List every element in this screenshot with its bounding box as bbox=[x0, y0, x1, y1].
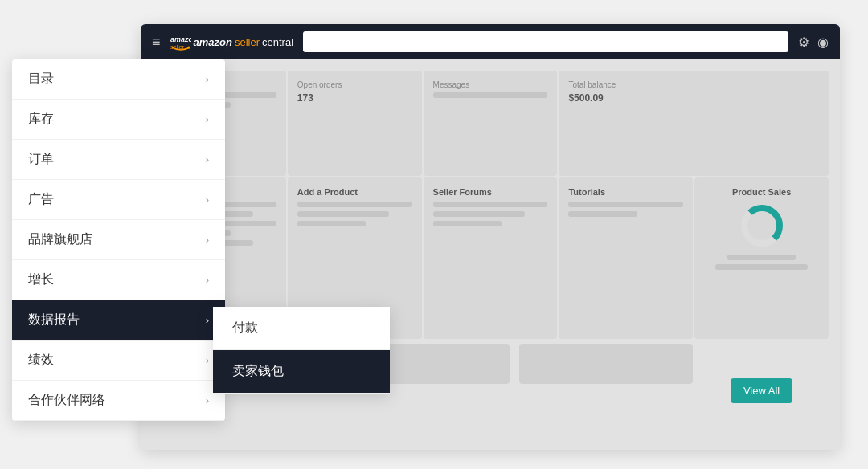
chevron-icon: › bbox=[206, 234, 209, 246]
menu-item-growth[interactable]: 增长 › bbox=[12, 260, 225, 300]
widget-product-sales: Product Sales bbox=[694, 177, 829, 338]
menu-item-partner-network[interactable]: 合作伙伴网络 › bbox=[12, 381, 225, 421]
donut-chart-icon bbox=[738, 202, 786, 250]
menu-item-growth-label: 增长 bbox=[28, 271, 54, 288]
menu-item-brand-store-label: 品牌旗舰店 bbox=[28, 231, 92, 248]
menu-item-orders[interactable]: 订单 › bbox=[12, 140, 225, 180]
menu-item-data-reports[interactable]: 数据报告 › bbox=[12, 300, 225, 341]
amazon-logo-icon: amazon seller central bbox=[170, 31, 191, 52]
widget-tutorials-title: Tutorials bbox=[568, 187, 683, 197]
menu-item-data-reports-label: 数据报告 bbox=[28, 312, 80, 328]
chevron-icon: › bbox=[206, 314, 209, 326]
left-menu: 目录 › 库存 › 订单 › 广告 › 品牌旗舰店 › 增长 › 数据报告 › … bbox=[12, 59, 225, 421]
submenu: 付款 卖家钱包 bbox=[213, 307, 390, 394]
widget-seller-forums: Seller Forums bbox=[424, 177, 558, 338]
menu-item-orders-label: 订单 bbox=[28, 151, 54, 168]
widget-messages-label: Messages bbox=[433, 80, 548, 89]
widget-tutorials: Tutorials bbox=[559, 177, 693, 338]
browser-topbar: ≡ amazon seller central amazon seller ce… bbox=[141, 24, 840, 59]
menu-item-performance[interactable]: 绩效 › bbox=[12, 341, 225, 381]
svg-text:amazon: amazon bbox=[170, 35, 191, 43]
submenu-item-seller-wallet-label: 卖家钱包 bbox=[232, 363, 284, 380]
menu-item-advertising[interactable]: 广告 › bbox=[12, 180, 225, 220]
search-input[interactable] bbox=[303, 31, 788, 52]
submenu-item-payment[interactable]: 付款 bbox=[213, 307, 390, 350]
menu-item-partner-network-label: 合作伙伴网络 bbox=[28, 392, 105, 409]
widget-total-balance-label: Total balance bbox=[568, 80, 819, 89]
hamburger-icon[interactable]: ≡ bbox=[152, 34, 161, 51]
menu-item-inventory-label: 库存 bbox=[28, 111, 54, 128]
widget-add-product-title: Add a Product bbox=[297, 187, 412, 197]
chevron-icon: › bbox=[206, 354, 209, 366]
widget-total-balance-value: $500.09 bbox=[568, 92, 819, 104]
widget-seller-forums-title: Seller Forums bbox=[433, 187, 548, 197]
submenu-item-payment-label: 付款 bbox=[232, 320, 258, 336]
logo-seller: seller bbox=[235, 36, 260, 48]
chevron-icon: › bbox=[206, 73, 209, 85]
logo-amazon: amazon bbox=[194, 36, 232, 48]
menu-item-catalog-label: 目录 bbox=[28, 71, 54, 88]
widget-product-sales-title: Product Sales bbox=[732, 187, 791, 197]
menu-item-performance-label: 绩效 bbox=[28, 352, 54, 369]
menu-item-brand-store[interactable]: 品牌旗舰店 › bbox=[12, 220, 225, 260]
widget-messages: Messages bbox=[424, 71, 558, 176]
bottom-card-3 bbox=[519, 344, 693, 384]
chevron-icon: › bbox=[206, 394, 209, 406]
settings-icon[interactable]: ⚙ bbox=[798, 35, 809, 50]
menu-item-catalog[interactable]: 目录 › bbox=[12, 59, 225, 100]
widget-open-orders-value: 173 bbox=[297, 92, 412, 104]
topbar-icons: ⚙ ◉ bbox=[798, 35, 829, 50]
account-icon[interactable]: ◉ bbox=[817, 35, 829, 50]
widget-total-balance: Total balance $500.09 bbox=[559, 71, 829, 176]
submenu-item-seller-wallet[interactable]: 卖家钱包 bbox=[213, 350, 390, 394]
chevron-icon: › bbox=[206, 194, 209, 206]
chevron-icon: › bbox=[206, 274, 209, 286]
widget-open-orders-label: Open orders bbox=[297, 80, 412, 89]
chevron-icon: › bbox=[206, 113, 209, 125]
widget-open-orders: Open orders 173 bbox=[288, 71, 422, 176]
chevron-icon: › bbox=[206, 153, 209, 165]
amazon-logo: amazon seller central amazon seller cent… bbox=[170, 31, 294, 52]
view-all-button[interactable]: View All bbox=[731, 378, 792, 403]
menu-item-inventory[interactable]: 库存 › bbox=[12, 100, 225, 140]
logo-central: central bbox=[262, 36, 293, 48]
menu-item-advertising-label: 广告 bbox=[28, 191, 54, 208]
